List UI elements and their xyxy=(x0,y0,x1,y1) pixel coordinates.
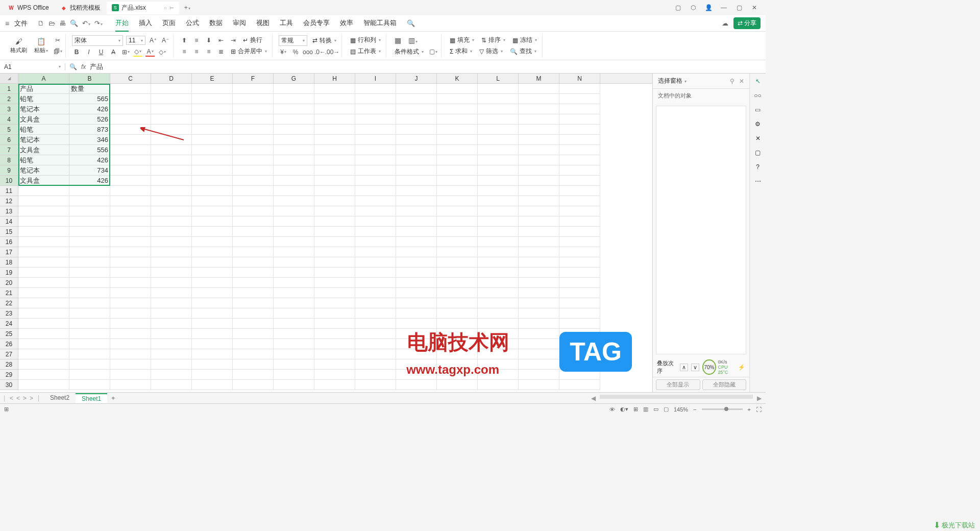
last-sheet-icon[interactable]: >⎹ xyxy=(30,395,39,402)
convert-button[interactable]: ⇄转换▾ xyxy=(310,36,338,45)
row-header[interactable]: 26 xyxy=(0,339,18,349)
cell[interactable] xyxy=(233,308,274,319)
cell[interactable] xyxy=(396,298,437,308)
bold-button[interactable]: B xyxy=(72,47,81,57)
cell[interactable] xyxy=(274,186,314,196)
cell[interactable] xyxy=(274,359,314,370)
cell[interactable] xyxy=(314,165,355,176)
cell[interactable] xyxy=(559,176,600,186)
cell[interactable] xyxy=(478,257,519,268)
cell[interactable] xyxy=(151,329,192,339)
cell[interactable] xyxy=(478,380,519,390)
row-header[interactable]: 14 xyxy=(0,216,18,227)
cell[interactable] xyxy=(314,349,355,359)
merge-center-button[interactable]: ⊞合并居中▾ xyxy=(229,46,269,56)
menu-tab-开始[interactable]: 开始 xyxy=(115,15,129,32)
cell[interactable] xyxy=(233,216,274,227)
indent-left-icon[interactable]: ⇤ xyxy=(216,36,226,45)
cell[interactable] xyxy=(18,268,69,278)
align-center-icon[interactable]: ≡ xyxy=(192,47,201,56)
cell[interactable] xyxy=(314,359,355,370)
cell[interactable] xyxy=(233,84,274,94)
cell[interactable] xyxy=(355,135,396,145)
cell[interactable] xyxy=(437,135,478,145)
row-header[interactable]: 25 xyxy=(0,329,18,339)
cell[interactable] xyxy=(559,247,600,257)
cell[interactable] xyxy=(519,125,559,135)
cell[interactable] xyxy=(559,196,600,206)
cell[interactable] xyxy=(233,196,274,206)
cell[interactable] xyxy=(314,329,355,339)
cell[interactable] xyxy=(355,308,396,319)
cell[interactable] xyxy=(437,94,478,104)
row-header[interactable]: 7 xyxy=(0,145,18,155)
cell[interactable] xyxy=(110,84,151,94)
menu-tab-审阅[interactable]: 审阅 xyxy=(233,15,246,32)
cell[interactable] xyxy=(478,349,519,359)
cell[interactable] xyxy=(192,196,233,206)
cell[interactable] xyxy=(437,237,478,247)
cell[interactable] xyxy=(478,370,519,380)
cell[interactable] xyxy=(519,84,559,94)
cell[interactable] xyxy=(314,145,355,155)
cell[interactable] xyxy=(110,125,151,135)
cell[interactable] xyxy=(151,165,192,176)
cell[interactable] xyxy=(478,227,519,237)
menu-tab-会员专享[interactable]: 会员专享 xyxy=(303,15,330,32)
cell[interactable] xyxy=(478,298,519,308)
cell[interactable] xyxy=(314,94,355,104)
align-middle-icon[interactable]: ≡ xyxy=(192,36,201,45)
cell[interactable] xyxy=(355,94,396,104)
cell[interactable] xyxy=(559,288,600,298)
cell[interactable] xyxy=(192,94,233,104)
user-icon[interactable]: 👤 xyxy=(704,3,713,12)
cell[interactable] xyxy=(110,298,151,308)
cell[interactable] xyxy=(478,319,519,329)
row-header[interactable]: 15 xyxy=(0,227,18,237)
link-icon[interactable]: ○○ xyxy=(754,92,762,99)
undo-icon[interactable]: ↶▾ xyxy=(82,19,90,27)
cell[interactable] xyxy=(314,206,355,216)
settings-icon[interactable]: ⚙ xyxy=(755,120,761,128)
cell[interactable] xyxy=(519,288,559,298)
cell[interactable] xyxy=(192,359,233,370)
cell[interactable] xyxy=(69,288,110,298)
cell[interactable] xyxy=(151,247,192,257)
cell[interactable] xyxy=(396,227,437,237)
next-sheet-icon[interactable]: > xyxy=(23,395,27,402)
underline-button[interactable]: U xyxy=(96,47,106,57)
cell[interactable] xyxy=(559,298,600,308)
cell[interactable] xyxy=(151,176,192,186)
cell[interactable] xyxy=(478,135,519,145)
cell[interactable] xyxy=(355,370,396,380)
cell[interactable] xyxy=(233,145,274,155)
cell[interactable] xyxy=(233,257,274,268)
cell[interactable] xyxy=(314,196,355,206)
cell[interactable] xyxy=(437,380,478,390)
cell[interactable] xyxy=(110,196,151,206)
cell[interactable] xyxy=(355,329,396,339)
spreadsheet[interactable]: ◢ABCDEFGHIJKLMN1产品数量2铅笔5653笔记本4264文具盒526… xyxy=(0,74,652,392)
cell[interactable] xyxy=(314,216,355,227)
fx-icon[interactable]: fx xyxy=(81,63,86,70)
font-size-select[interactable]: 11▾ xyxy=(126,36,145,45)
cell[interactable] xyxy=(437,268,478,278)
cell[interactable] xyxy=(274,370,314,380)
cell[interactable] xyxy=(274,237,314,247)
cell[interactable] xyxy=(110,268,151,278)
prev-sheet-icon[interactable]: < xyxy=(16,395,20,402)
cell[interactable] xyxy=(355,125,396,135)
cell[interactable] xyxy=(18,349,69,359)
file-menu[interactable]: 文件 xyxy=(14,19,28,28)
cell[interactable] xyxy=(519,216,559,227)
cell[interactable] xyxy=(192,216,233,227)
minimize-button[interactable]: — xyxy=(719,3,728,12)
sheet-tab-Sheet1[interactable]: Sheet1 xyxy=(76,393,107,403)
cell[interactable] xyxy=(151,206,192,216)
cell[interactable] xyxy=(355,339,396,349)
cell[interactable] xyxy=(110,349,151,359)
cell[interactable] xyxy=(69,339,110,349)
show-all-button[interactable]: 全部显示 xyxy=(656,379,700,390)
decrease-font-icon[interactable]: A⁻ xyxy=(161,36,170,45)
cell[interactable] xyxy=(559,319,600,329)
